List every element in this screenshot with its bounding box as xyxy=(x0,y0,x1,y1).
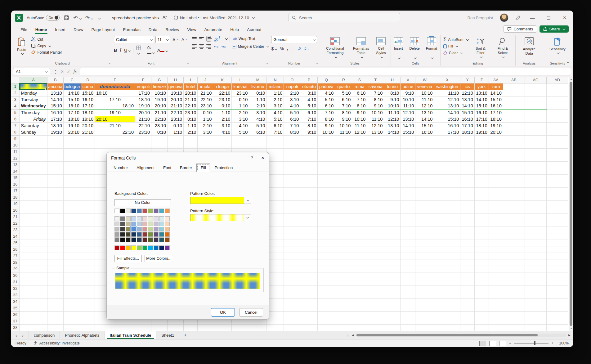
cell-R11[interactable] xyxy=(335,148,352,155)
cell-O8[interactable]: 8:10 xyxy=(284,129,300,135)
cell-AB7[interactable] xyxy=(503,122,525,129)
cell-D24[interactable] xyxy=(81,233,95,240)
cell-AB16[interactable] xyxy=(503,181,525,187)
color-swatch-7F7F7F[interactable] xyxy=(120,216,125,221)
col-header-R[interactable]: R xyxy=(335,77,352,83)
cell-AD37[interactable] xyxy=(546,318,568,324)
cell-D6[interactable]: 19:10 xyxy=(81,116,95,122)
cell-AD21[interactable] xyxy=(546,213,568,220)
hscroll-left-icon[interactable]: ◀ xyxy=(352,334,354,337)
cell-X11[interactable] xyxy=(434,148,460,155)
cell-AC22[interactable] xyxy=(525,220,546,227)
cell-Q24[interactable] xyxy=(318,233,335,240)
cell-C19[interactable] xyxy=(63,200,81,207)
cell-Q18[interactable] xyxy=(318,194,335,200)
cell-AB27[interactable] xyxy=(503,253,525,259)
cell-K8[interactable]: 4:10 xyxy=(213,129,232,135)
cell-M5[interactable]: 3:10 xyxy=(249,109,266,116)
cell-Z19[interactable] xyxy=(474,200,489,207)
cell-S35[interactable] xyxy=(352,305,367,311)
cell-Q2[interactable]: 4:10 xyxy=(318,90,335,96)
cell-Y31[interactable] xyxy=(460,279,474,285)
cell-Q10[interactable] xyxy=(318,142,335,148)
cell-X1[interactable]: washington xyxy=(434,83,460,90)
cell-Z36[interactable] xyxy=(474,311,489,318)
cell-R3[interactable]: 6:10 xyxy=(335,96,352,103)
cell-O34[interactable] xyxy=(284,298,300,305)
cell-AD15[interactable] xyxy=(546,174,568,181)
cell-X38[interactable] xyxy=(434,324,460,331)
cell-AC36[interactable] xyxy=(525,311,546,318)
cell-P3[interactable]: 4:10 xyxy=(300,96,318,103)
cell-P22[interactable] xyxy=(300,220,318,227)
cell-B36[interactable] xyxy=(47,311,63,318)
cell-A27[interactable] xyxy=(20,253,47,259)
ribbon-tab-acrobat[interactable]: Acrobat xyxy=(243,26,265,33)
bottom-align-button[interactable] xyxy=(206,36,211,42)
cell-B23[interactable] xyxy=(47,227,63,233)
color-swatch-E5B9B7[interactable] xyxy=(142,222,147,226)
cell-V24[interactable] xyxy=(401,233,415,240)
cell-A7[interactable]: Saturday xyxy=(20,122,47,129)
cell-W18[interactable] xyxy=(415,194,434,200)
cell-M1[interactable]: livorno xyxy=(249,83,266,90)
cell-A36[interactable] xyxy=(20,311,47,318)
tab-scroll-handle-icon[interactable]: ⋮ xyxy=(346,333,350,338)
cell-C13[interactable] xyxy=(63,161,81,168)
find-select-button[interactable]: Find & Select xyxy=(492,36,513,59)
color-swatch-FFC000[interactable] xyxy=(126,245,131,250)
cell-X2[interactable]: 11:10 xyxy=(434,90,460,96)
color-swatch-FAC08F[interactable] xyxy=(165,227,170,231)
cell-Y23[interactable] xyxy=(460,227,474,233)
cell-S3[interactable]: 7:10 xyxy=(352,96,367,103)
cell-N24[interactable] xyxy=(266,233,284,240)
cell-V35[interactable] xyxy=(401,305,415,311)
cell-AA19[interactable] xyxy=(489,200,503,207)
cell-X29[interactable] xyxy=(434,266,460,272)
color-swatch-00B0F0[interactable] xyxy=(148,245,153,250)
cell-M6[interactable]: 4:10 xyxy=(249,116,266,122)
cell-B6[interactable]: 17:10 xyxy=(47,116,63,122)
row-header-32[interactable]: 32 xyxy=(11,285,20,292)
cell-V9[interactable] xyxy=(401,135,415,142)
cell-S22[interactable] xyxy=(352,220,367,227)
cell-G6[interactable]: 22:10 xyxy=(151,116,168,122)
cell-AC6[interactable] xyxy=(525,116,546,122)
cell-Y16[interactable] xyxy=(460,181,474,187)
cell-AA6[interactable]: 18:10 xyxy=(489,116,503,122)
cell-Q7[interactable]: 9:10 xyxy=(318,122,335,129)
cell-Y17[interactable] xyxy=(460,187,474,194)
cell-N11[interactable] xyxy=(266,148,284,155)
cell-P18[interactable] xyxy=(300,194,318,200)
row-header-18[interactable]: 18 xyxy=(11,194,20,200)
cell-V14[interactable] xyxy=(401,168,415,174)
cell-O3[interactable]: 3:10 xyxy=(284,96,300,103)
cell-C21[interactable] xyxy=(63,213,81,220)
cell-B38[interactable] xyxy=(47,324,63,331)
cell-AA31[interactable] xyxy=(489,279,503,285)
cell-O13[interactable] xyxy=(284,161,300,168)
cell-S6[interactable]: 10:10 xyxy=(352,116,367,122)
cell-O38[interactable] xyxy=(284,324,300,331)
sheet-tab-comparison[interactable]: comparison xyxy=(29,331,60,339)
cell-N32[interactable] xyxy=(266,285,284,292)
cell-AD23[interactable] xyxy=(546,227,568,233)
cell-W5[interactable]: 13:10 xyxy=(415,109,434,116)
cell-A18[interactable] xyxy=(20,194,47,200)
cell-W10[interactable] xyxy=(415,142,434,148)
cell-P16[interactable] xyxy=(300,181,318,187)
cell-Z14[interactable] xyxy=(474,168,489,174)
cell-G3[interactable]: 19:10 xyxy=(151,96,168,103)
cell-B15[interactable] xyxy=(47,174,63,181)
cell-B9[interactable] xyxy=(47,135,63,142)
cell-P7[interactable]: 8:10 xyxy=(300,122,318,129)
cell-U31[interactable] xyxy=(384,279,401,285)
dialog-title-bar[interactable]: Format Cells ? × xyxy=(107,152,269,164)
cell-N36[interactable] xyxy=(266,311,284,318)
cell-W19[interactable] xyxy=(415,200,434,207)
cell-AC5[interactable] xyxy=(525,109,546,116)
cell-T18[interactable] xyxy=(367,194,384,200)
cell-O7[interactable]: 7:10 xyxy=(284,122,300,129)
cell-Z12[interactable] xyxy=(474,155,489,161)
cell-X27[interactable] xyxy=(434,253,460,259)
